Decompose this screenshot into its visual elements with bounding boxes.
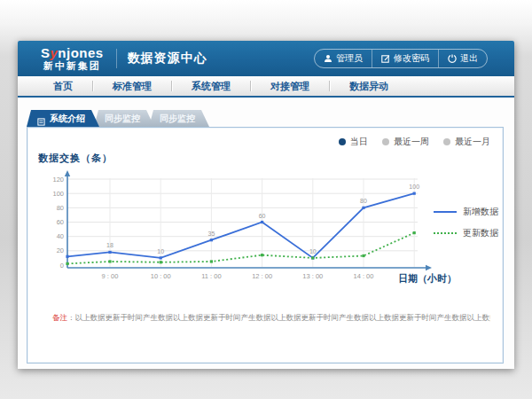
nav-item-data-changes[interactable]: 数据异动 (330, 80, 408, 93)
line-chart: 0204060801001209 : 0010 : 0011 : 0012 : … (52, 168, 434, 293)
edit-icon (381, 54, 390, 63)
svg-text:100: 100 (52, 190, 64, 198)
svg-text:11 : 00: 11 : 00 (201, 272, 221, 280)
svg-text:40: 40 (57, 232, 64, 240)
change-password-button[interactable]: 修改密码 (372, 50, 438, 67)
filter-label: 当日 (350, 136, 368, 148)
nav-item-standards[interactable]: 标准管理 (93, 80, 171, 93)
nav-item-integration[interactable]: 对接管理 (251, 80, 329, 93)
svg-text:80: 80 (57, 204, 64, 212)
svg-text:20: 20 (57, 246, 64, 254)
change-password-label: 修改密码 (394, 52, 429, 65)
solid-line-swatch (434, 211, 457, 213)
filter-label: 最近一周 (394, 136, 429, 148)
svg-text:14 : 00: 14 : 00 (354, 272, 374, 280)
logo-text-en: Synjones (41, 46, 104, 59)
company-logo: Synjones 新中新集团 (41, 46, 104, 71)
legend-update-data: 更新数据 (434, 227, 498, 239)
app-header: Synjones 新中新集团 数据资源中心 管理员 修改密码 (18, 41, 514, 76)
footnote: 备注：以上数据更新于时间产生数据以上数据更新于时间产生数据以上数据更新于时间产生… (52, 313, 490, 324)
tab-sync-monitor-2[interactable]: 同步监控 (149, 110, 209, 127)
legend-label: 新增数据 (463, 206, 498, 218)
dotted-line-swatch (434, 232, 457, 234)
svg-text:18: 18 (106, 242, 113, 248)
user-icon (324, 54, 332, 63)
svg-text:13 : 00: 13 : 00 (302, 272, 323, 280)
legend-label: 更新数据 (463, 227, 498, 239)
main-nav: 首页 标准管理 系统管理 对接管理 数据异动 (18, 76, 514, 98)
svg-text:60: 60 (57, 218, 64, 226)
tab-sync-monitor-1[interactable]: 同步监控 (94, 110, 154, 127)
svg-text:9 : 00: 9 : 00 (102, 272, 119, 280)
document-icon (37, 114, 46, 123)
tab-label: 系统介绍 (50, 110, 85, 127)
logout-button[interactable]: 退出 (438, 50, 487, 67)
filter-last-month[interactable]: 最近一月 (443, 136, 490, 148)
svg-text:60: 60 (259, 213, 266, 219)
content-area: 系统介绍 同步监控 同步监控 当日 最近一周 (18, 99, 514, 369)
filter-label: 最近一月 (455, 136, 490, 148)
radio-icon (382, 138, 389, 145)
legend-new-data: 新增数据 (434, 206, 498, 218)
logo-text-cn: 新中新集团 (41, 61, 104, 71)
footnote-text: ：以上数据更新于时间产生数据以上数据更新于时间产生数据以上数据更新于时间产生数据… (67, 313, 490, 322)
filter-last-week[interactable]: 最近一周 (382, 136, 429, 148)
svg-text:10: 10 (157, 248, 164, 254)
svg-text:10: 10 (309, 248, 317, 254)
footnote-label: 备注 (52, 313, 67, 322)
logout-label: 退出 (460, 52, 478, 65)
nav-item-home[interactable]: 首页 (34, 80, 92, 93)
svg-text:0: 0 (60, 262, 64, 270)
y-axis-title: 数据交换（条） (38, 152, 113, 165)
power-icon (448, 54, 457, 63)
time-range-filter: 当日 最近一周 最近一月 (339, 136, 490, 148)
filter-today[interactable]: 当日 (339, 136, 368, 148)
app-window: Synjones 新中新集团 数据资源中心 管理员 修改密码 (18, 41, 514, 369)
user-menu: 管理员 修改密码 退出 (314, 49, 488, 68)
svg-text:35: 35 (208, 231, 215, 237)
page-title: 数据资源中心 (128, 51, 207, 66)
tab-label: 同步监控 (160, 110, 195, 127)
tab-system-intro[interactable]: 系统介绍 (27, 110, 99, 127)
header-divider (116, 49, 117, 68)
radio-selected-icon (339, 138, 346, 145)
svg-text:12 : 00: 12 : 00 (252, 272, 272, 280)
chart-legend: 新增数据 更新数据 (434, 206, 498, 239)
svg-text:10 : 00: 10 : 00 (151, 272, 171, 280)
x-axis-title: 日期（小时） (398, 272, 457, 286)
tab-bar: 系统介绍 同步监控 同步监控 (27, 110, 204, 127)
svg-text:80: 80 (360, 198, 367, 204)
chart-panel: 当日 最近一周 最近一月 数据交换（条） 0204060801001209 : … (27, 127, 504, 364)
admin-user-label: 管理员 (336, 52, 363, 65)
radio-icon (443, 138, 450, 145)
tab-label: 同步监控 (105, 110, 140, 127)
nav-item-system[interactable]: 系统管理 (172, 80, 250, 93)
svg-text:100: 100 (409, 184, 419, 190)
svg-text:120: 120 (52, 176, 64, 184)
admin-user-button[interactable]: 管理员 (315, 50, 372, 67)
